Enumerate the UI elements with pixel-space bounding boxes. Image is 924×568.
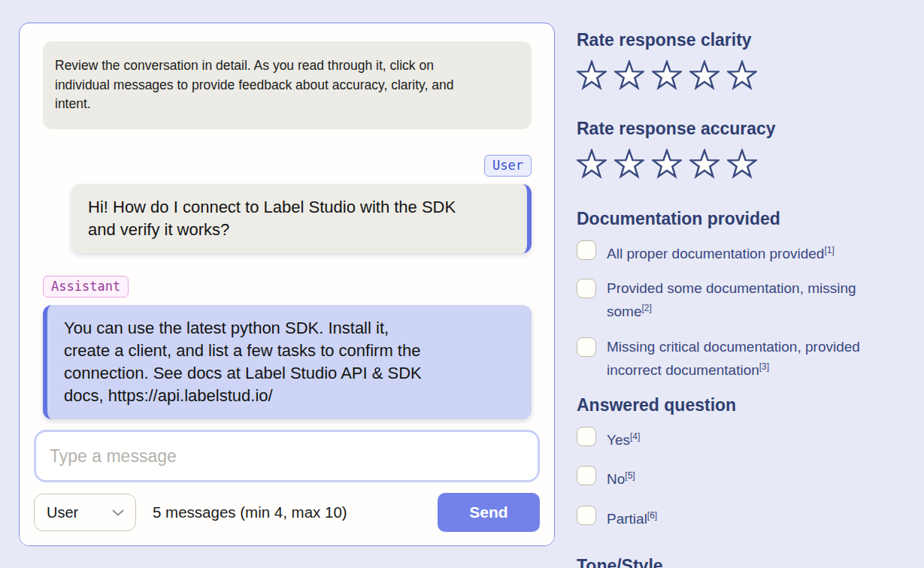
choice-label: No[5] [607, 466, 635, 489]
choice-option[interactable]: No[5] [577, 466, 911, 489]
choice-ref: [3] [759, 361, 769, 372]
choice-option[interactable]: Yes[4] [577, 427, 911, 450]
annotation-sidebar: Rate response clarity Rate response accu… [577, 30, 911, 568]
section-rate-accuracy: Rate response accuracy [577, 119, 911, 179]
checkbox-icon[interactable] [577, 337, 596, 357]
star-icon[interactable] [727, 60, 757, 90]
choice-option[interactable]: Partial[6] [577, 506, 911, 529]
checkbox-icon[interactable] [577, 279, 596, 298]
section-answered-question: Answered question Yes[4] No[5] Partial[6… [577, 395, 911, 529]
documentation-options: All proper documentation provided[1] Pro… [577, 240, 911, 380]
checkbox-icon[interactable] [577, 506, 596, 525]
section-title: Documentation provided [577, 209, 911, 228]
choice-ref: [1] [824, 245, 834, 255]
accuracy-star-rating [577, 149, 911, 179]
choice-ref: [4] [630, 431, 640, 442]
instruction-box: Review the conversation in detail. As yo… [43, 41, 532, 129]
checkbox-icon[interactable] [577, 466, 596, 485]
choice-ref: [6] [647, 510, 657, 521]
choice-ref: [5] [625, 470, 635, 481]
choice-label: Provided some documentation, missing som… [607, 279, 885, 322]
assistant-message-bubble[interactable]: You can use the latest python SDK. Insta… [43, 305, 532, 419]
choice-label: Yes[4] [607, 427, 640, 450]
star-icon[interactable] [689, 60, 720, 90]
chat-panel: Review the conversation in detail. As yo… [19, 23, 555, 546]
answered-options: Yes[4] No[5] Partial[6] [577, 427, 911, 529]
choice-option[interactable]: Missing critical documentation, provided… [577, 337, 911, 380]
clarity-star-rating [577, 60, 911, 90]
star-icon[interactable] [614, 149, 644, 179]
user-turn: User Hi! How do I connect to Label Studi… [43, 155, 532, 253]
user-role-badge[interactable]: User [484, 155, 532, 177]
choice-ref: [2] [641, 303, 651, 313]
section-tone-style: Tone/Style [577, 556, 911, 568]
star-icon[interactable] [614, 60, 644, 90]
role-select-dropdown[interactable]: User [34, 494, 136, 531]
message-list: Review the conversation in detail. As yo… [20, 23, 554, 424]
assistant-role-badge[interactable]: Assistant [43, 276, 129, 298]
composer: User 5 messages (min 4, max 10) Send [20, 424, 554, 545]
star-icon[interactable] [689, 149, 720, 179]
assistant-message-text: You can use the latest python SDK. Insta… [64, 317, 436, 407]
star-icon[interactable] [727, 149, 757, 179]
role-select-value: User [47, 504, 78, 521]
choice-label: All proper documentation provided[1] [607, 240, 835, 264]
section-title: Rate response accuracy [577, 119, 911, 138]
checkbox-icon[interactable] [577, 427, 596, 446]
choice-label: Missing critical documentation, provided… [607, 337, 885, 380]
star-icon[interactable] [652, 149, 682, 179]
chevron-down-icon [111, 509, 125, 517]
section-documentation-provided: Documentation provided All proper docume… [577, 209, 911, 380]
message-input[interactable] [34, 430, 540, 482]
choice-option[interactable]: Provided some documentation, missing som… [577, 279, 911, 322]
section-rate-clarity: Rate response clarity [577, 30, 911, 90]
composer-row: User 5 messages (min 4, max 10) Send [34, 493, 540, 532]
instruction-text: Review the conversation in detail. As yo… [55, 56, 457, 114]
assistant-turn: Assistant You can use the latest python … [43, 276, 532, 419]
section-title: Tone/Style [577, 556, 911, 568]
send-button[interactable]: Send [438, 493, 540, 532]
choice-option[interactable]: All proper documentation provided[1] [577, 240, 911, 264]
star-icon[interactable] [577, 60, 607, 90]
star-icon[interactable] [577, 149, 607, 179]
star-icon[interactable] [652, 60, 682, 90]
section-title: Rate response clarity [577, 30, 911, 50]
user-message-bubble[interactable]: Hi! How do I connect to Label Studio wit… [71, 184, 532, 253]
section-title: Answered question [577, 395, 911, 415]
user-message-text: Hi! How do I connect to Label Studio wit… [88, 196, 460, 241]
choice-label: Partial[6] [607, 506, 657, 529]
message-count-status: 5 messages (min 4, max 10) [153, 503, 347, 521]
checkbox-icon[interactable] [577, 240, 596, 260]
